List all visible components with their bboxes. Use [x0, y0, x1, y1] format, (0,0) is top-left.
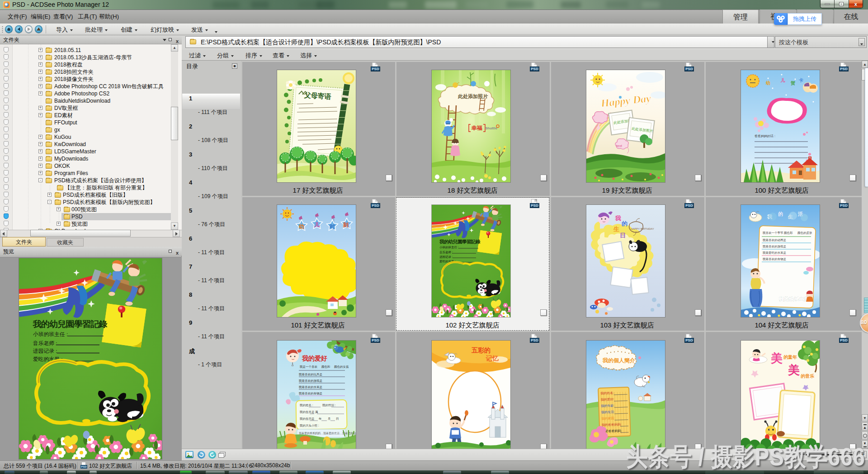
svg-text:text: text [616, 144, 623, 148]
svg-text:我最喜欢的游戏是: 我最喜欢的游戏是 [298, 379, 322, 383]
svg-text:我的性别 :: 我的性别 : [322, 403, 336, 407]
svg-text:我最喜欢的食物是: 我最喜欢的食物是 [762, 257, 786, 261]
svg-text:我的姓名 :: 我的姓名 : [299, 403, 313, 407]
svg-text:我最喜欢的食物是: 我最喜欢的食物是 [298, 392, 322, 395]
svg-text:我的生日是: 我的生日是 [299, 417, 315, 421]
svg-text:儿: 儿 [780, 78, 785, 83]
svg-text:日: 日 [336, 417, 339, 420]
svg-text:我最喜欢的玩具是: 我最喜欢的玩具是 [298, 373, 322, 376]
svg-text:我的幼兒園學習記錄: 我的幼兒園學習記錄 [33, 319, 108, 329]
svg-text:时: 时 [330, 223, 335, 230]
svg-text:我最爱吃的水果是: 我最爱吃的水果是 [762, 251, 786, 255]
svg-text:我最喜欢的游戏是: 我最喜欢的游戏是 [762, 245, 786, 248]
svg-text:美: 美 [788, 363, 800, 377]
svg-text:五彩的: 五彩的 [471, 346, 491, 354]
svg-text:颜色和: 颜色和 [321, 365, 330, 368]
svg-text:日: 日 [620, 232, 626, 239]
svg-text:我: 我 [615, 215, 621, 222]
svg-text:我最喜欢的水果是: 我最喜欢的水果是 [298, 385, 322, 389]
svg-text:我最喜欢的动画是: 我最喜欢的动画是 [762, 238, 786, 242]
svg-text:Shuttle: Shuttle [485, 126, 498, 130]
svg-text:的童年: 的童年 [783, 355, 797, 360]
svg-text:美: 美 [770, 351, 783, 365]
svg-text:的: 的 [778, 211, 783, 217]
svg-text:记忆: 记忆 [486, 355, 499, 362]
svg-text:颜色的女孩: 颜色的女孩 [334, 365, 349, 369]
svg-text:的: 的 [622, 220, 627, 227]
svg-text:贺: 贺 [790, 81, 795, 85]
svg-text:HAPPY BIRTHDAY: HAPPY BIRTHDAY [631, 228, 654, 230]
svg-text:我喜欢一个季节: 我喜欢一个季节 [762, 231, 783, 235]
svg-text:幼: 幼 [299, 223, 304, 230]
svg-text:的音乐: 的音乐 [801, 374, 814, 379]
svg-text:我的快乐生活: 我的快乐生活 [778, 296, 809, 302]
svg-text:幸福: 幸福 [471, 125, 482, 131]
svg-text:年: 年 [319, 417, 322, 420]
svg-text:幼: 幼 [765, 81, 770, 85]
svg-text:我的個人簡介: 我的個人簡介 [602, 357, 636, 364]
svg-text:此处添加照片: 此处添加照片 [458, 94, 488, 99]
svg-text:属: 属 [315, 410, 318, 413]
svg-text:我的幼兒園學習記錄: 我的幼兒園學習記錄 [439, 239, 481, 244]
svg-text:进园记录 :: 进园记录 : [33, 348, 57, 355]
svg-text:音乐老师 :: 音乐老师 : [439, 251, 453, 254]
svg-text:我的爱好: 我的爱好 [302, 355, 327, 362]
svg-text:进园记录 :: 进园记录 : [439, 255, 453, 259]
svg-text:我的生肖是: 我的生肖是 [299, 410, 315, 414]
svg-text:刻: 刻 [343, 222, 349, 228]
svg-text:颜色的皮肤: 颜色的皮肤 [797, 231, 812, 235]
svg-text:音乐老师 :: 音乐老师 : [33, 340, 57, 346]
svg-text:小班的班主任 :: 小班的班主任 : [33, 331, 68, 337]
svg-text:卡: 卡 [798, 78, 803, 83]
svg-text:我的大头小照 :: 我的大头小照 : [299, 424, 319, 427]
svg-text:儿: 儿 [314, 222, 320, 228]
svg-text:爸爸妈妈的话 :: 爸爸妈妈的话 : [755, 134, 775, 138]
svg-text:月: 月 [328, 417, 331, 421]
svg-text:小班的班主任 :: 小班的班主任 : [439, 246, 459, 249]
svg-text:我是一个喜欢: 我是一个喜欢 [299, 365, 318, 369]
svg-text:生: 生 [613, 226, 619, 232]
svg-text:我喜爱的爸爸妈妈，我喜爱的生活，我喜爱的幼儿园！！！: 我喜爱的爸爸妈妈，我喜爱的生活，我喜爱的幼儿园！！！ [299, 431, 356, 435]
svg-text:颜色彩: 颜色彩 [784, 231, 793, 235]
